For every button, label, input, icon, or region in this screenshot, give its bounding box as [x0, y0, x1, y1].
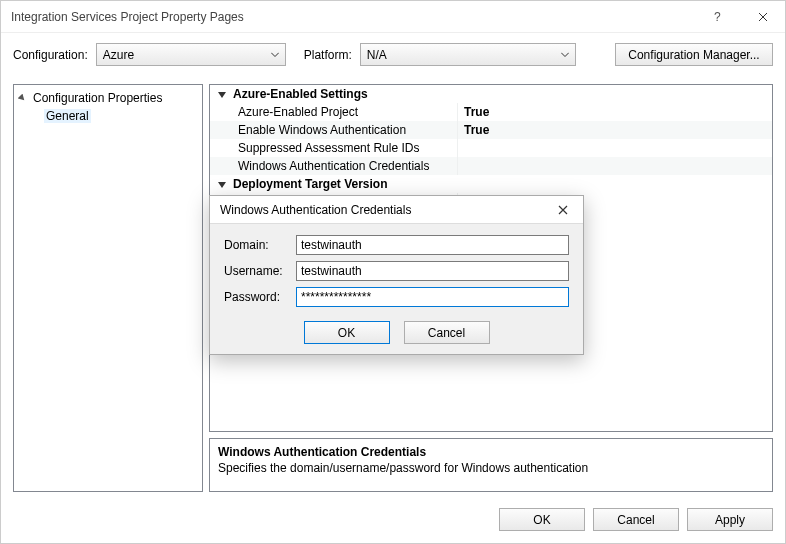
prop-name: Azure-Enabled Project — [210, 103, 458, 121]
dialog-title: Windows Authentication Credentials — [220, 203, 543, 217]
domain-label: Domain: — [224, 238, 296, 252]
chevron-down-icon — [561, 52, 569, 57]
dialog-ok-button[interactable]: OK — [304, 321, 390, 344]
category-label: Azure-Enabled Settings — [233, 87, 368, 101]
platform-combo[interactable]: N/A — [360, 43, 576, 66]
password-label: Password: — [224, 290, 296, 304]
tree-node-general[interactable]: General — [14, 107, 202, 125]
dialog-close-button[interactable] — [543, 196, 583, 224]
button-label: Cancel — [428, 326, 465, 340]
configuration-combo[interactable]: Azure — [96, 43, 286, 66]
config-toolbar: Configuration: Azure Platform: N/A Confi… — [1, 33, 785, 84]
prop-value[interactable] — [458, 157, 772, 175]
button-label: Cancel — [617, 513, 654, 527]
field-row-username: Username: — [224, 258, 569, 284]
prop-row-azure-enabled-project[interactable]: Azure-Enabled Project True — [210, 103, 772, 121]
platform-value: N/A — [367, 48, 387, 62]
win-auth-credentials-dialog: Windows Authentication Credentials Domai… — [209, 195, 584, 355]
domain-input[interactable] — [296, 235, 569, 255]
button-label: OK — [338, 326, 355, 340]
description-text: Specifies the domain/username/password f… — [218, 461, 764, 475]
button-label: OK — [533, 513, 550, 527]
configuration-value: Azure — [103, 48, 134, 62]
prop-row-enable-win-auth[interactable]: Enable Windows Authentication True — [210, 121, 772, 139]
prop-value[interactable] — [458, 139, 772, 157]
titlebar: Integration Services Project Property Pa… — [1, 1, 785, 33]
configuration-label: Configuration: — [13, 48, 88, 62]
configuration-manager-label: Configuration Manager... — [628, 48, 759, 62]
description-panel: Windows Authentication Credentials Speci… — [209, 438, 773, 492]
category-label: Deployment Target Version — [233, 177, 387, 191]
ok-button[interactable]: OK — [499, 508, 585, 531]
tree-label: General — [44, 109, 91, 123]
prop-name: Enable Windows Authentication — [210, 121, 458, 139]
password-input[interactable] — [296, 287, 569, 307]
username-label: Username: — [224, 264, 296, 278]
config-tree[interactable]: Configuration Properties General — [13, 84, 203, 492]
prop-row-win-auth-credentials[interactable]: Windows Authentication Credentials — [210, 157, 772, 175]
dialog-footer: OK Cancel — [210, 315, 583, 354]
configuration-manager-button[interactable]: Configuration Manager... — [615, 43, 773, 66]
category-deployment-target[interactable]: Deployment Target Version — [210, 175, 772, 193]
field-row-domain: Domain: — [224, 232, 569, 258]
tree-label: Configuration Properties — [31, 91, 164, 105]
dialog-titlebar: Windows Authentication Credentials — [210, 196, 583, 224]
button-label: Apply — [715, 513, 745, 527]
platform-label: Platform: — [304, 48, 352, 62]
username-input[interactable] — [296, 261, 569, 281]
prop-value[interactable]: True — [458, 103, 772, 121]
help-button[interactable]: ? — [695, 1, 740, 33]
prop-row-suppressed-rules[interactable]: Suppressed Assessment Rule IDs — [210, 139, 772, 157]
prop-name: Suppressed Assessment Rule IDs — [210, 139, 458, 157]
description-title: Windows Authentication Credentials — [218, 445, 764, 459]
property-pages-window: Integration Services Project Property Pa… — [0, 0, 786, 544]
chevron-down-icon — [271, 52, 279, 57]
field-row-password: Password: — [224, 284, 569, 310]
cancel-button[interactable]: Cancel — [593, 508, 679, 531]
tree-node-config-properties[interactable]: Configuration Properties — [14, 89, 202, 107]
dialog-footer: OK Cancel Apply — [1, 500, 785, 543]
close-button[interactable] — [740, 1, 785, 33]
prop-value[interactable]: True — [458, 121, 772, 139]
window-title: Integration Services Project Property Pa… — [11, 10, 695, 24]
prop-name: Windows Authentication Credentials — [210, 157, 458, 175]
dialog-cancel-button[interactable]: Cancel — [404, 321, 490, 344]
collapse-icon[interactable] — [18, 94, 27, 103]
apply-button[interactable]: Apply — [687, 508, 773, 531]
collapse-icon[interactable] — [218, 90, 227, 99]
svg-text:?: ? — [714, 10, 721, 24]
category-azure-enabled[interactable]: Azure-Enabled Settings — [210, 85, 772, 103]
dialog-body: Domain: Username: Password: — [210, 224, 583, 315]
collapse-icon[interactable] — [218, 180, 227, 189]
